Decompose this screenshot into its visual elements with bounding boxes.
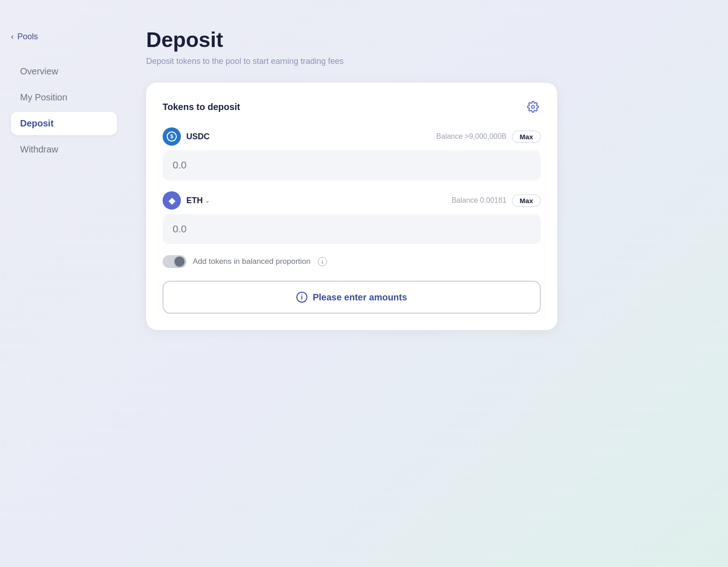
submit-label: Please enter amounts bbox=[313, 292, 407, 303]
back-arrow-icon: ‹ bbox=[11, 32, 14, 42]
eth-section: ◆ ETH ⌄ Balance 0.00181 Max bbox=[163, 191, 541, 244]
main-content: Deposit Deposit tokens to the pool to st… bbox=[128, 18, 728, 549]
toggle-info-icon[interactable]: i bbox=[318, 257, 327, 266]
back-link[interactable]: ‹ Pools bbox=[11, 32, 117, 42]
usdc-token-info: $ USDC bbox=[163, 127, 210, 146]
submit-button[interactable]: i Please enter amounts bbox=[163, 281, 541, 314]
usdc-symbol: USDC bbox=[186, 132, 210, 142]
app-container: ‹ Pools Overview My Position Deposit Wit… bbox=[0, 0, 728, 567]
eth-max-button[interactable]: Max bbox=[512, 194, 541, 207]
usdc-max-button[interactable]: Max bbox=[512, 131, 541, 143]
svg-point-0 bbox=[532, 105, 535, 109]
eth-token-info: ◆ ETH ⌄ bbox=[163, 191, 210, 210]
usdc-amount-input[interactable] bbox=[163, 150, 541, 180]
card-header: Tokens to deposit bbox=[163, 99, 541, 115]
sidebar-item-my-position[interactable]: My Position bbox=[11, 86, 117, 109]
usdc-section: $ USDC Balance >9,000,000B Max bbox=[163, 127, 541, 180]
eth-amount-input[interactable] bbox=[163, 214, 541, 244]
back-label: Pools bbox=[17, 32, 38, 42]
chevron-down-icon: ⌄ bbox=[205, 197, 210, 204]
sidebar: ‹ Pools Overview My Position Deposit Wit… bbox=[0, 18, 128, 549]
deposit-card: Tokens to deposit $ USDC bbox=[146, 83, 557, 330]
eth-token-dropdown[interactable]: ETH ⌄ bbox=[186, 196, 210, 205]
sidebar-item-withdraw[interactable]: Withdraw bbox=[11, 138, 117, 161]
eth-balance-text: Balance 0.00181 bbox=[452, 196, 506, 205]
submit-info-icon: i bbox=[296, 292, 307, 303]
eth-icon: ◆ bbox=[163, 191, 181, 210]
balanced-proportion-row: Add tokens in balanced proportion i bbox=[163, 255, 541, 268]
sidebar-nav: Overview My Position Deposit Withdraw bbox=[11, 60, 117, 161]
usdc-icon: $ bbox=[163, 127, 181, 146]
sidebar-item-overview[interactable]: Overview bbox=[11, 60, 117, 83]
eth-token-row: ◆ ETH ⌄ Balance 0.00181 Max bbox=[163, 191, 541, 210]
eth-balance-row: Balance 0.00181 Max bbox=[452, 194, 541, 207]
gear-icon bbox=[527, 101, 539, 113]
sidebar-item-deposit[interactable]: Deposit bbox=[11, 112, 117, 135]
usdc-token-row: $ USDC Balance >9,000,000B Max bbox=[163, 127, 541, 146]
page-title: Deposit bbox=[146, 27, 701, 52]
settings-button[interactable] bbox=[525, 99, 541, 115]
usdc-balance-text: Balance >9,000,000B bbox=[436, 132, 506, 141]
toggle-label: Add tokens in balanced proportion bbox=[193, 257, 311, 266]
usdc-balance-row: Balance >9,000,000B Max bbox=[436, 131, 541, 143]
eth-symbol: ETH bbox=[186, 196, 203, 205]
page-subtitle: Deposit tokens to the pool to start earn… bbox=[146, 57, 701, 66]
card-title: Tokens to deposit bbox=[163, 102, 240, 112]
balanced-proportion-toggle[interactable] bbox=[163, 255, 186, 268]
